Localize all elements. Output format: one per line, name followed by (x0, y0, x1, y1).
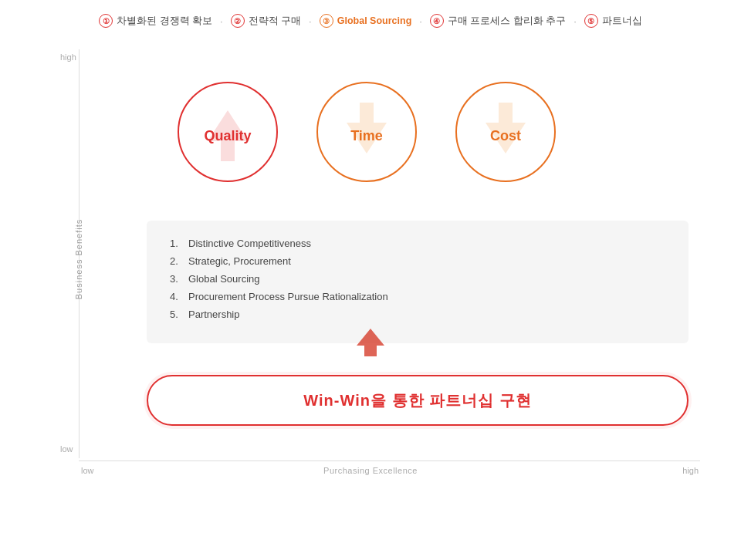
circle-quality-item: Quality (178, 82, 278, 182)
nav-item-3: ③ Global Sourcing (320, 14, 412, 28)
info-list-item-4: 4. Procurement Process Pursue Rationaliz… (170, 291, 665, 302)
winwin-label: Win-Win을 통한 파트너십 구현 (303, 390, 531, 411)
nav-circle-1: ① (99, 14, 113, 28)
circle-time-item: Time (316, 82, 417, 182)
nav-dot-1: · (220, 15, 223, 27)
x-axis-line (79, 460, 700, 461)
nav-circle-5: ⑤ (584, 14, 598, 28)
quality-arrow-stem (221, 141, 235, 161)
nav-item-5: ⑤ 파트너십 (584, 14, 642, 28)
winwin-button[interactable]: Win-Win을 통한 파트너십 구현 (147, 375, 689, 426)
circle-quality-label: Quality (204, 128, 251, 144)
info-num-3: 3. (170, 273, 182, 285)
circle-cost-item: Cost (455, 82, 556, 182)
nav-label-3: Global Sourcing (337, 15, 412, 26)
info-box: 1. Distinctive Competitiveness 2. Strate… (147, 221, 689, 343)
circle-quality: Quality (178, 82, 278, 182)
circle-time: Time (316, 82, 417, 182)
nav-circle-2: ② (231, 14, 245, 28)
info-text-5: Partnership (188, 309, 239, 320)
x-center-label: Purchasing Excellence (323, 466, 418, 475)
info-text-3: Global Sourcing (188, 273, 260, 285)
nav-circle-3: ③ (320, 14, 333, 28)
nav-item-2: ② 전략적 구매 (231, 14, 301, 28)
info-text-1: Distinctive Competitiveness (188, 238, 311, 249)
info-list-item-2: 2. Strategic, Procurement (170, 255, 665, 267)
x-high-label: high (682, 466, 699, 475)
circle-cost: Cost (455, 82, 556, 182)
header-navigation: ① 차별화된 경쟁력 확보 · ② 전략적 구매 · ③ Global Sour… (0, 0, 741, 35)
info-list-item-3: 3. Global Sourcing (170, 273, 665, 285)
circle-time-label: Time (350, 128, 383, 144)
info-text-2: Strategic, Procurement (188, 255, 291, 267)
nav-dot-3: · (419, 15, 422, 27)
nav-dot-4: · (574, 15, 577, 27)
nav-label-5: 파트너십 (602, 15, 642, 28)
circles-row: Quality Time (100, 82, 687, 182)
nav-label-4: 구매 프로세스 합리화 추구 (448, 15, 566, 28)
info-num-1: 1. (170, 238, 182, 249)
info-num-5: 5. (170, 309, 182, 320)
cost-arrow-stem (499, 103, 513, 123)
arrow-up-icon (355, 329, 386, 356)
y-axis-label: Business Benefits (74, 219, 83, 299)
chart-area: Business Benefits high low low Purchasin… (39, 35, 702, 483)
nav-item-1: ① 차별화된 경쟁력 확보 (99, 14, 212, 28)
x-low-label: low (81, 466, 94, 475)
time-arrow-stem (360, 103, 374, 123)
svg-marker-0 (357, 329, 384, 356)
info-text-4: Procurement Process Pursue Rationalizati… (188, 291, 388, 302)
info-list-item-1: 1. Distinctive Competitiveness (170, 238, 665, 249)
nav-dot-2: · (309, 15, 312, 27)
arrow-pointer (355, 329, 386, 359)
info-list-item-5: 5. Partnership (170, 309, 665, 320)
circle-cost-label: Cost (490, 128, 521, 144)
nav-label-1: 차별화된 경쟁력 확보 (117, 15, 212, 28)
y-high-label: high (60, 52, 76, 62)
info-num-4: 4. (170, 291, 182, 302)
info-list: 1. Distinctive Competitiveness 2. Strate… (170, 238, 665, 320)
nav-circle-4: ④ (430, 14, 444, 28)
info-num-2: 2. (170, 255, 182, 267)
nav-label-2: 전략적 구매 (249, 15, 301, 28)
y-low-label: low (60, 444, 73, 454)
nav-item-4: ④ 구매 프로세스 합리화 추구 (430, 14, 566, 28)
